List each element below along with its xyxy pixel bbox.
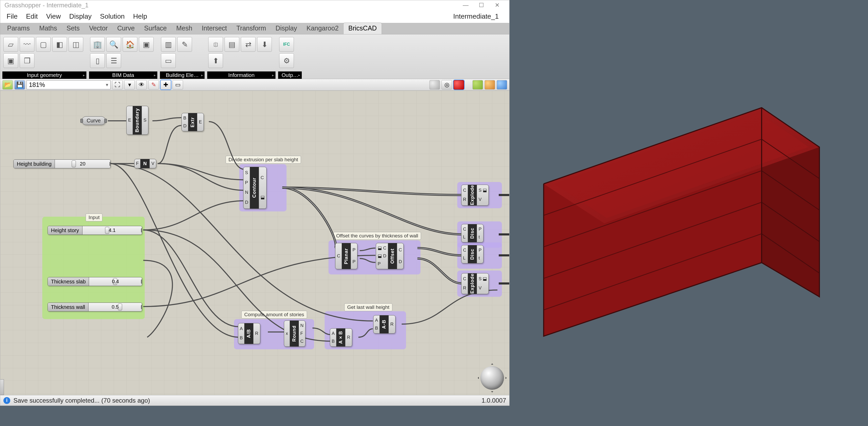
- info-up-icon[interactable]: ⬆: [208, 53, 223, 68]
- component-tabs: Params Maths Sets Vector Curve Surface M…: [0, 23, 509, 34]
- scribble-lastwall[interactable]: Get last wall height: [344, 303, 392, 311]
- component-negative[interactable]: F N V: [134, 159, 156, 169]
- tag-search-icon[interactable]: 🔍: [106, 37, 121, 52]
- ifc-export-icon[interactable]: IFC: [279, 37, 294, 52]
- canvas-toolbar: 📂 💾 181% ⛶ ▾ 👁 ✎ ✚ ▭ ◎: [0, 79, 509, 91]
- canvas-compass[interactable]: [480, 366, 504, 390]
- slider-height-building[interactable]: Height building 20: [13, 159, 111, 169]
- section-icon[interactable]: ⎅: [208, 37, 223, 52]
- component-division-core: A/B: [244, 323, 253, 344]
- slider-height-building-label: Height building: [14, 160, 55, 168]
- menu-view[interactable]: View: [42, 11, 65, 22]
- box-outline-icon[interactable]: ▢: [36, 37, 51, 52]
- shading-selected-button[interactable]: [454, 80, 464, 90]
- shading-off-button[interactable]: [429, 80, 440, 90]
- tab-maths[interactable]: Maths: [34, 23, 62, 34]
- component-explode-1[interactable]: CR Explode S ⬓V: [461, 185, 489, 206]
- slider-thickness-slab-label: Thickness slab: [48, 277, 89, 286]
- ribbon-group-label[interactable]: Outp…: [278, 71, 302, 79]
- save-file-button[interactable]: 💾: [14, 80, 25, 90]
- component-explode-2[interactable]: CR Explode S ⬓V: [461, 273, 489, 294]
- component-disc-2[interactable]: CL Disc Pt: [461, 245, 484, 264]
- 3d-viewport[interactable]: [509, 0, 868, 406]
- slider-height-story[interactable]: Height story 4.1: [48, 226, 142, 235]
- element-edit-icon[interactable]: ✎: [177, 37, 192, 52]
- preview-mesh-blue-button[interactable]: [497, 80, 507, 90]
- component-division[interactable]: AB A/B R: [238, 323, 260, 344]
- named-views-button[interactable]: ▾: [124, 80, 135, 90]
- component-contour[interactable]: S P N D Contour C⬓: [243, 167, 267, 209]
- slider-thickness-wall[interactable]: Thickness wall 0.5: [48, 303, 142, 311]
- tab-curve[interactable]: Curve: [113, 23, 140, 34]
- menu-display[interactable]: Display: [66, 11, 95, 22]
- minimize-button[interactable]: —: [458, 0, 473, 10]
- cube-icon[interactable]: ❒: [20, 53, 34, 68]
- tab-vector[interactable]: Vector: [84, 23, 113, 34]
- list-icon[interactable]: ☰: [106, 53, 121, 68]
- box-tilt-icon[interactable]: ◧: [52, 37, 67, 52]
- slab-icon[interactable]: ▭: [161, 53, 176, 68]
- component-round[interactable]: x Round NFC: [284, 321, 305, 347]
- solid-outline-icon[interactable]: ◫: [68, 37, 83, 52]
- shading-wire-button[interactable]: ◎: [441, 80, 452, 90]
- cube-small-icon[interactable]: ▣: [139, 37, 154, 52]
- slider-thickness-slab[interactable]: Thickness slab 0.4: [48, 277, 142, 286]
- info-down-icon[interactable]: ⬇: [257, 37, 272, 52]
- output-settings-icon[interactable]: ⚙: [279, 53, 294, 68]
- preview-mesh-green-button[interactable]: [472, 80, 483, 90]
- scribble-offset[interactable]: Offset the curves by thickness of wall: [333, 232, 421, 240]
- menu-solution[interactable]: Solution: [96, 11, 128, 22]
- wall-icon[interactable]: ▥: [161, 37, 176, 52]
- preview-mesh-orange-button[interactable]: [485, 80, 495, 90]
- side-panel-handle[interactable]: [0, 379, 4, 395]
- scribble-stories[interactable]: Compute amount of stories: [241, 311, 307, 318]
- titlebar[interactable]: Grasshopper - Intermediate_1 — ☐ ✕: [0, 0, 509, 10]
- ribbon-group-label[interactable]: Building Ele…: [160, 71, 205, 79]
- param-curve[interactable]: Curve: [82, 116, 105, 125]
- column-icon[interactable]: ▯: [90, 53, 105, 68]
- tab-transform[interactable]: Transform: [231, 23, 271, 34]
- sketch-button[interactable]: ✎: [148, 80, 159, 90]
- scribble-divide[interactable]: Divide extrusion per slab height: [226, 156, 301, 163]
- props-icon[interactable]: ▤: [224, 37, 239, 52]
- maximize-button[interactable]: ☐: [473, 0, 489, 10]
- preview-toggle-button[interactable]: 👁: [136, 80, 147, 90]
- component-extr[interactable]: BD Extr E: [182, 113, 204, 131]
- tab-display[interactable]: Display: [271, 23, 302, 34]
- tab-mesh[interactable]: Mesh: [172, 23, 197, 34]
- component-disc-1[interactable]: CL Disc Pt: [461, 224, 484, 242]
- building-icon[interactable]: 🏢: [90, 37, 105, 52]
- panel-button[interactable]: ▭: [173, 80, 183, 90]
- component-subtraction[interactable]: AB A-B R: [373, 315, 396, 334]
- house-gear-icon[interactable]: 🏠: [123, 37, 137, 52]
- tab-sets[interactable]: Sets: [62, 23, 84, 34]
- swap-icon[interactable]: ⇄: [241, 37, 255, 52]
- tab-bricscad[interactable]: BricsCAD: [343, 23, 382, 34]
- curve-icon[interactable]: 〰: [20, 37, 34, 52]
- tab-params[interactable]: Params: [2, 23, 34, 34]
- zoom-combo[interactable]: 181%: [27, 80, 111, 89]
- tab-kangaroo2[interactable]: Kangaroo2: [302, 23, 343, 34]
- component-offset[interactable]: ⬓ C ⬓ D P Offset CD: [376, 243, 404, 269]
- ribbon-group-label[interactable]: Input geometry: [2, 71, 86, 79]
- close-button[interactable]: ✕: [489, 0, 505, 10]
- menu-help[interactable]: Help: [129, 11, 151, 22]
- component-boundary[interactable]: E Boundary S: [126, 106, 148, 135]
- scribble-input[interactable]: Input: [86, 214, 102, 221]
- canvas[interactable]: Input Divide extrusion per slab height O…: [0, 91, 509, 395]
- tab-surface[interactable]: Surface: [140, 23, 172, 34]
- ribbon-group-label[interactable]: BIM Data: [89, 71, 157, 79]
- tab-intersect[interactable]: Intersect: [197, 23, 231, 34]
- component-multiplication[interactable]: AB A×B R: [330, 328, 352, 347]
- menu-edit[interactable]: Edit: [22, 11, 41, 22]
- component-multiplication-core: A×B: [336, 329, 345, 346]
- ribbon-group-label[interactable]: Information: [207, 71, 276, 79]
- snap-toggle-button[interactable]: ✚: [160, 80, 171, 90]
- component-planar[interactable]: C Planar PP: [335, 243, 358, 269]
- zoom-extents-button[interactable]: ⛶: [112, 80, 123, 90]
- open-file-button[interactable]: 📂: [2, 80, 13, 90]
- component-extr-core: Extr: [188, 113, 197, 131]
- plane-icon[interactable]: ▱: [3, 37, 18, 52]
- box-shaded-icon[interactable]: ▣: [3, 53, 18, 68]
- menu-file[interactable]: File: [3, 11, 21, 22]
